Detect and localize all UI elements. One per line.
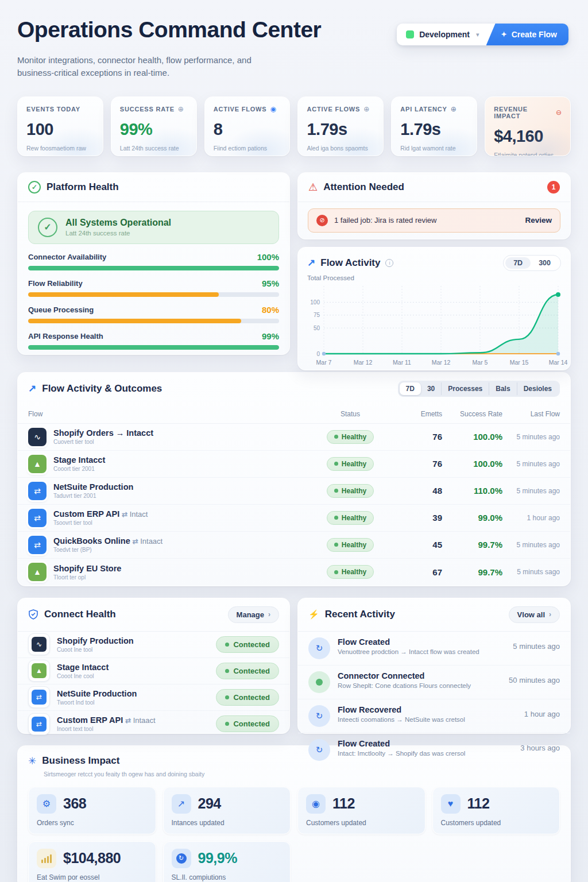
activity-body: Flow RecoveredInteecti coomations → NetS… bbox=[338, 705, 465, 723]
environment-label: Development bbox=[419, 30, 470, 39]
table-row[interactable]: ⇄NetSuite ProductionTaduvrt tier 2001Hea… bbox=[18, 478, 570, 505]
environment-selector[interactable]: Development ▾ bbox=[397, 24, 494, 45]
success-rate: 110.0% bbox=[442, 486, 502, 496]
table-row[interactable]: ▲Shopify EU StoreTloort ter oplHealthy67… bbox=[18, 559, 570, 586]
events-count: 39 bbox=[390, 513, 442, 523]
metric-row: Queue Processing80% bbox=[28, 305, 279, 315]
platform-health-title: Platform Health bbox=[47, 181, 119, 193]
create-flow-button[interactable]: ✦ Create Flow bbox=[486, 24, 568, 45]
status-label: Healthy bbox=[342, 541, 366, 549]
failed-job-alert[interactable]: ⊘ 1 failed job: Jira is rated review Rev… bbox=[308, 208, 560, 233]
table-filter-desioles[interactable]: Desioles bbox=[517, 382, 558, 395]
kpi-label-row: EVENTS TODAY bbox=[26, 106, 94, 113]
table-row[interactable]: ⇄Custom ERP API ⇄ IntactTsoovrt tier too… bbox=[18, 505, 570, 532]
connector-icon: ∿ bbox=[28, 428, 47, 446]
activity-item[interactable]: Connector ConnectedRow Sheplt: Cone dcat… bbox=[298, 666, 570, 699]
kpi-label: EVENTS TODAY bbox=[26, 106, 80, 113]
attention-count-badge: 1 bbox=[547, 181, 560, 194]
trending-up-icon: ↗ bbox=[307, 257, 315, 269]
progress-fill bbox=[28, 319, 241, 323]
activity-time: 50 minutes ago bbox=[509, 671, 560, 684]
banner-caption: Latt 24th success rate bbox=[65, 230, 171, 237]
status-dot-icon bbox=[225, 643, 229, 647]
flow-cell: ▲Stage IntacctCooort tier 2001 bbox=[28, 455, 310, 473]
table-filter-30[interactable]: 30 bbox=[421, 382, 441, 395]
impact-stat-card: ↻99,9%SL.Il. compiutions bbox=[163, 841, 291, 882]
impact-stat-value: 368 bbox=[63, 795, 86, 812]
last-flow-time: 1 hour ago bbox=[502, 514, 560, 522]
activity-item[interactable]: ↻Flow CreatedIntact: Imctloolty → Shopif… bbox=[298, 733, 570, 767]
environment-status-dot bbox=[406, 30, 414, 38]
progress-track bbox=[28, 292, 279, 297]
table-filter-bals[interactable]: Bals bbox=[489, 382, 516, 395]
metric-label: API Response Health bbox=[28, 332, 103, 341]
range-pill-7d[interactable]: 7D bbox=[505, 257, 531, 269]
stat-indicator-icon: ⊕ bbox=[451, 106, 457, 113]
table-row[interactable]: ⇄QuickBooks Online ⇄ IntaactToedvt ter (… bbox=[18, 532, 570, 559]
flows-table-card: ↗ Flow Activity & Outcomes 7D30Processes… bbox=[17, 372, 571, 586]
events-count: 48 bbox=[390, 486, 442, 496]
svg-text:75: 75 bbox=[314, 312, 320, 318]
connector-row[interactable]: ⇄Custom ERP API ⇄ IntaactInoort text too… bbox=[18, 711, 289, 737]
review-link[interactable]: Review bbox=[525, 216, 552, 225]
trending-up-icon: ↗ bbox=[28, 382, 36, 394]
impact-stat-card: ◉112Customers updated bbox=[297, 787, 425, 834]
recent-activity-list: ↻Flow CreatedVenuottree prodction → Inta… bbox=[298, 632, 570, 767]
table-row[interactable]: ▲Stage IntacctCooort tier 2001Healthy761… bbox=[18, 451, 570, 478]
activity-time: 3 hours ago bbox=[520, 739, 560, 752]
connector-icon-frame: ▲ bbox=[28, 660, 50, 682]
svg-text:Mar 5: Mar 5 bbox=[473, 359, 488, 366]
kpi-card: REVENUE IMPACT⊖$4,160Etlaimite potend or… bbox=[485, 96, 571, 156]
success-rate: 99.7% bbox=[442, 540, 502, 550]
connector-subtitle: Cuoot Ine tool bbox=[57, 647, 134, 653]
refresh-icon: ↻ bbox=[308, 739, 330, 761]
impact-stat-value: 99,9% bbox=[198, 850, 237, 866]
activity-title: Flow Created bbox=[338, 637, 479, 647]
range-pill-300[interactable]: 300 bbox=[531, 257, 559, 269]
success-rate: 99.0% bbox=[442, 513, 502, 523]
svg-text:Mar 15: Mar 15 bbox=[510, 359, 529, 366]
flow-activity-chart: 10075500Mar 7Mar 12Mar 11Mar 12Mar 5Mar … bbox=[307, 281, 562, 368]
impact-stat-value: $104,880 bbox=[63, 850, 121, 866]
flow-activity-header: ↗ Flow Activity i 7D300 bbox=[298, 247, 570, 273]
connector-row[interactable]: ∿Shopify ProductionCuoot Ine toolContect… bbox=[18, 632, 289, 658]
chevron-right-icon: › bbox=[268, 610, 270, 618]
business-impact-subtitle: Sirtsmeoger retcct you feaity th ogew ha… bbox=[44, 771, 560, 777]
progress-track bbox=[28, 345, 279, 350]
column-header-last-flow: Last Flow bbox=[502, 410, 560, 418]
metric-value: 100% bbox=[257, 252, 279, 262]
flow-cell: ⇄NetSuite ProductionTaduvrt tier 2001 bbox=[28, 482, 310, 500]
status-badge: Healthy bbox=[327, 484, 374, 498]
progress-track bbox=[28, 266, 279, 270]
activity-body: Flow CreatedVenuottree prodction → Intac… bbox=[338, 637, 479, 655]
table-filter-7d[interactable]: 7D bbox=[400, 382, 421, 395]
last-flow-time: 5 minutes ago bbox=[502, 487, 560, 495]
impact-stat-label: Orders sync bbox=[37, 819, 148, 827]
success-rate: 100.0% bbox=[442, 459, 502, 469]
table-filter-processes[interactable]: Processes bbox=[441, 382, 489, 395]
table-row[interactable]: ∿Shopify Orders → IntacctCuovert tier to… bbox=[18, 424, 570, 451]
manage-button[interactable]: Manage › bbox=[228, 606, 279, 623]
status-dot-icon bbox=[225, 722, 229, 726]
impact-stat-label: Customers updated bbox=[306, 819, 417, 827]
impact-stat-value: 112 bbox=[332, 795, 355, 812]
health-metric: API Response Health99% bbox=[28, 331, 279, 350]
connector-row[interactable]: ▲Stage IntacctCooot Ine coolContected bbox=[18, 658, 289, 684]
impact-stat-top: $104,880 bbox=[37, 849, 148, 868]
connection-status-badge: Contected bbox=[216, 636, 279, 653]
connection-status-label: Contected bbox=[233, 667, 270, 675]
metric-row: Flow Reliability95% bbox=[28, 278, 279, 288]
recent-activity-header: ⚡ Recent Activity Vlow all › bbox=[298, 598, 570, 632]
metric-value: 80% bbox=[262, 305, 279, 315]
kpi-card: ACTIVE FLOWS⊕1.79sAled iga bons spaomts bbox=[297, 96, 384, 156]
header-actions: Development ▾ ✦ Create Flow bbox=[397, 24, 568, 45]
metric-value: 95% bbox=[262, 278, 279, 288]
impact-stat-card: ⚙368Orders sync bbox=[28, 787, 156, 834]
activity-item[interactable]: ↻Flow CreatedVenuottree prodction → Inta… bbox=[298, 632, 570, 666]
connect-health-title: Connect Health bbox=[44, 609, 116, 620]
activity-item[interactable]: ↻Flow RecoveredInteecti coomations → Net… bbox=[298, 699, 570, 733]
view-all-button[interactable]: Vlow all › bbox=[509, 606, 560, 623]
connector-row[interactable]: ⇄NetSuite ProductionTwoort Ind toolConte… bbox=[18, 684, 289, 711]
last-flow-time: 5 minutes ago bbox=[502, 433, 560, 441]
refresh-glyph: ↻ bbox=[316, 711, 323, 721]
